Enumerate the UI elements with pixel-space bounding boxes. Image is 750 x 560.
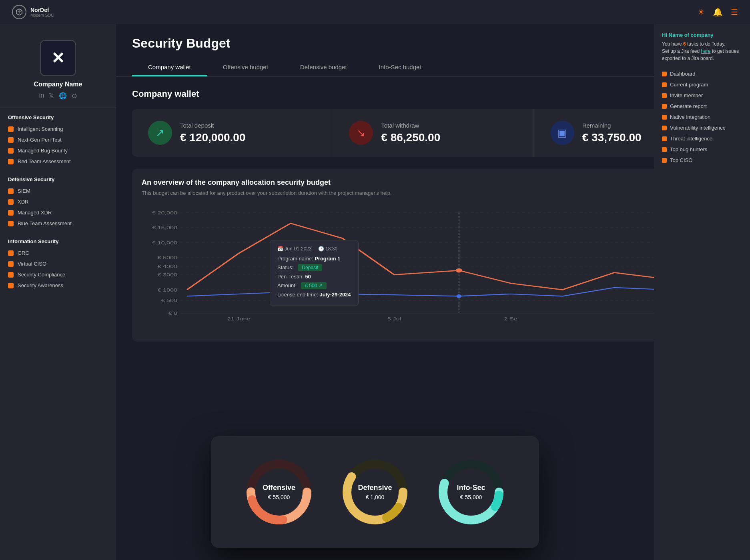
tab-defensive-budget[interactable]: Defensive budget (284, 59, 363, 76)
right-panel-dashboard[interactable]: Dashboard (662, 68, 742, 79)
topbar-right: ☀ 🔔 ☰ (698, 7, 738, 17)
status-badge: Deposit (298, 264, 322, 271)
tab-company-wallet[interactable]: Company wallet (132, 59, 207, 76)
right-panel-threat-intel[interactable]: Threat intelligence (662, 133, 742, 144)
github-icon[interactable]: ⊙ (72, 92, 77, 100)
bell-icon[interactable]: 🔔 (713, 7, 723, 17)
chart-description: This budget can be allocated for any pro… (142, 190, 724, 196)
remaining-icon-wrap: ▣ (550, 121, 574, 145)
sidebar-item-security-awareness[interactable]: Security Awareness (8, 280, 108, 291)
jira-link[interactable]: here (701, 48, 710, 54)
sidebar-item-virtual-ciso[interactable]: Virtual CISO (8, 258, 108, 269)
sidebar-item-managed-bug-bounty[interactable]: Managed Bug Bounty (8, 145, 108, 156)
deposit-icon-wrap: ↗ (148, 121, 172, 145)
stats-row: ↗ Total deposit € 120,000.00 ↘ Total wit… (132, 109, 734, 157)
sidebar-item-siem[interactable]: SIEM (8, 186, 108, 196)
globe-icon[interactable]: 🌐 (59, 92, 67, 100)
wallet-icon: ▣ (557, 127, 567, 139)
sidebar-item-next-gen-pen-test[interactable]: Next-Gen Pen Test (8, 134, 108, 145)
tab-infosec-budget[interactable]: Info-Sec budget (363, 59, 437, 76)
right-panel-current-program[interactable]: Current program (662, 79, 742, 90)
linkedin-icon[interactable]: in (39, 92, 44, 100)
svg-text:€ 4000: € 4000 (157, 264, 177, 269)
stat-card-deposit: ↗ Total deposit € 120,000.00 (132, 109, 332, 157)
deposit-value: € 120,000.00 (180, 131, 246, 144)
donut-offensive: Offensive € 55,000 (243, 456, 315, 528)
stat-info-remaining: Remaining € 33,750.00 (582, 122, 642, 144)
item-label: Top CISO (670, 157, 692, 163)
company-profile: ✕ Company Name in 𝕏 🌐 ⊙ (0, 32, 116, 108)
tab-offensive-budget[interactable]: Offensive budget (207, 59, 284, 76)
right-panel-top-bug-hunters[interactable]: Top bug hunters (662, 144, 742, 155)
tooltip-header: 📅 Jun-01-2023 🕐 18:30 (277, 246, 351, 252)
dot-icon (662, 82, 667, 87)
wallet-title: Company wallet (132, 89, 734, 99)
dot-icon (662, 93, 667, 98)
logo-area: NorDef Modern SOC (12, 5, 54, 19)
stat-info-withdraw: Total withdraw € 86,250.00 (381, 122, 440, 144)
right-panel: Hi Name of company You have 6 tasks to d… (654, 24, 750, 560)
svg-text:€ 55,000: € 55,000 (268, 494, 290, 500)
tooltip-license-value: July-29-2024 (320, 292, 351, 298)
item-label: Next-Gen Pen Test (18, 137, 62, 143)
info-section: Information Security GRC Virtual CISO Se… (0, 232, 116, 294)
svg-text:€ 10,000: € 10,000 (152, 240, 177, 245)
svg-text:2 Se: 2 Se (504, 317, 517, 322)
stat-info-deposit: Total deposit € 120,000.00 (180, 122, 246, 144)
item-label: Vulnerability intelligence (670, 125, 726, 131)
chart-area: € 20,000 € 15,000 € 10,000 € 5000 € 4000… (142, 204, 724, 332)
right-panel-top-ciso[interactable]: Top CISO (662, 155, 742, 166)
dot-icon (8, 250, 14, 256)
dot-icon (8, 188, 14, 194)
trending-down-icon: ↘ (357, 127, 365, 139)
logo-text-area: NorDef Modern SOC (30, 7, 54, 18)
item-label: GRC (18, 250, 29, 256)
sidebar-item-red-team[interactable]: Red Team Assessment (8, 156, 108, 167)
item-label: Native integration (670, 114, 710, 120)
right-panel-invite-member[interactable]: Invite member (662, 90, 742, 101)
dot-icon (8, 210, 14, 216)
chart-tooltip: 📅 Jun-01-2023 🕐 18:30 Program name: Prog… (270, 240, 359, 306)
sun-icon[interactable]: ☀ (698, 7, 705, 17)
sidebar-item-intelligent-scanning[interactable]: Intelligent Scanning (8, 124, 108, 134)
dot-icon (8, 159, 14, 164)
dot-icon (8, 221, 14, 226)
item-label: Managed XDR (18, 210, 52, 216)
item-label: Blue Team Assessment (18, 220, 72, 226)
sidebar-item-managed-xdr[interactable]: Managed XDR (8, 207, 108, 218)
item-label: Security Awareness (18, 282, 63, 288)
sidebar-item-xdr[interactable]: XDR (8, 196, 108, 207)
svg-point-19 (456, 268, 462, 273)
menu-icon[interactable]: ☰ (731, 7, 738, 17)
svg-text:5 Jul: 5 Jul (387, 317, 401, 322)
greeting-message: You have 6 tasks to do Today. Set up a J… (662, 40, 742, 62)
svg-text:21 June: 21 June (227, 317, 251, 322)
item-label: Security Compliance (18, 272, 65, 278)
item-label: Dashboard (670, 71, 696, 77)
amount-badge: € 500 ↗ (301, 282, 326, 289)
logo-tagline: Modern SOC (30, 13, 54, 18)
svg-text:€ 15,000: € 15,000 (152, 226, 177, 230)
sidebar-item-blue-team[interactable]: Blue Team Assessment (8, 218, 108, 229)
right-panel-generate-report[interactable]: Generate report (662, 101, 742, 112)
chart-header: An overview of the company allocation se… (142, 178, 724, 187)
tabs: Company wallet Offensive budget Defensiv… (132, 59, 734, 76)
withdraw-value: € 86,250.00 (381, 131, 440, 144)
item-label: Virtual CISO (18, 261, 46, 267)
sidebar-item-security-compliance[interactable]: Security Compliance (8, 269, 108, 280)
dot-icon (662, 72, 667, 76)
donut-svg-infosec: Info-Sec € 55,000 (435, 456, 507, 528)
svg-text:Offensive: Offensive (263, 484, 295, 492)
logo-icon (12, 5, 26, 19)
twitter-icon[interactable]: 𝕏 (49, 92, 54, 100)
right-panel-native-integration[interactable]: Native integration (662, 112, 742, 122)
item-label: XDR (18, 199, 28, 205)
item-label: Red Team Assessment (18, 158, 71, 164)
item-label: Managed Bug Bounty (18, 148, 68, 154)
sidebar-item-grc[interactable]: GRC (8, 248, 108, 258)
right-panel-vuln-intel[interactable]: Vulnerability intelligence (662, 122, 742, 133)
svg-text:€ 1,000: € 1,000 (366, 494, 385, 500)
donut-svg-offensive: Offensive € 55,000 (243, 456, 315, 528)
defensive-section: Defensive Security SIEM XDR Managed XDR … (0, 170, 116, 232)
svg-text:Info-Sec: Info-Sec (457, 484, 485, 492)
